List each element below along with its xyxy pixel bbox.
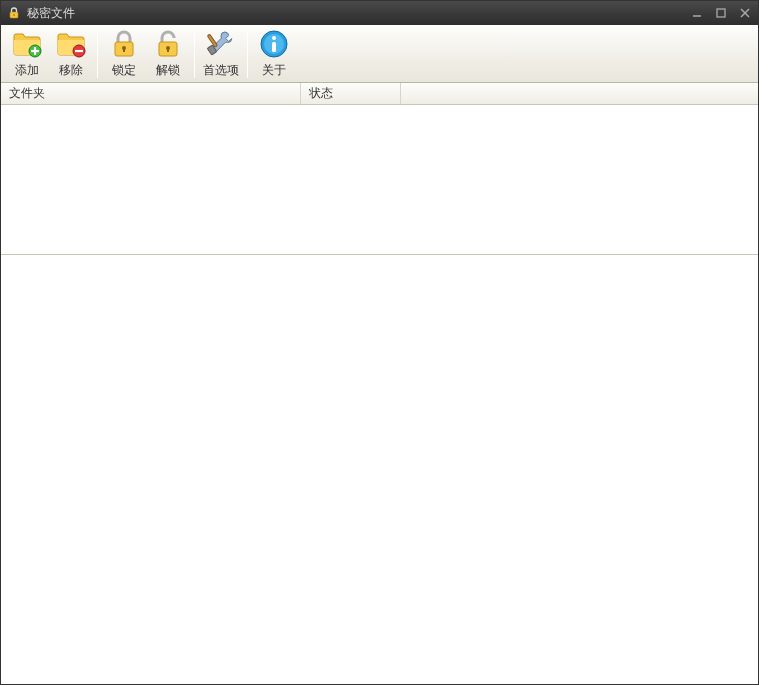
- remove-button[interactable]: 移除: [49, 28, 93, 80]
- app-lock-icon: [7, 6, 21, 20]
- column-header-folder[interactable]: 文件夹: [1, 83, 301, 104]
- window-controls: [690, 6, 752, 20]
- unlock-label: 解锁: [156, 62, 180, 79]
- tools-icon: [205, 28, 237, 60]
- unlock-button[interactable]: 解锁: [146, 28, 190, 80]
- column-headers: 文件夹 状态: [1, 83, 758, 105]
- close-button[interactable]: [738, 6, 752, 20]
- svg-rect-3: [717, 9, 725, 17]
- remove-label: 移除: [59, 62, 83, 79]
- titlebar: 秘密文件: [1, 1, 758, 25]
- lock-button[interactable]: 锁定: [102, 28, 146, 80]
- column-header-status[interactable]: 状态: [301, 83, 401, 104]
- about-label: 关于: [262, 62, 286, 79]
- preferences-button[interactable]: 首选项: [199, 28, 243, 80]
- folder-add-icon: [11, 28, 43, 60]
- svg-rect-13: [123, 48, 125, 52]
- about-button[interactable]: 关于: [252, 28, 296, 80]
- lock-open-icon: [152, 28, 184, 60]
- svg-rect-16: [167, 48, 169, 52]
- column-folder-label: 文件夹: [9, 85, 45, 102]
- window-title: 秘密文件: [27, 5, 690, 22]
- minimize-button[interactable]: [690, 6, 704, 20]
- content-pane: [1, 255, 758, 684]
- preferences-label: 首选项: [203, 62, 239, 79]
- lock-closed-icon: [108, 28, 140, 60]
- info-icon: [258, 28, 290, 60]
- column-status-label: 状态: [309, 85, 333, 102]
- toolbar-separator: [97, 30, 98, 78]
- add-button[interactable]: 添加: [5, 28, 49, 80]
- lock-label: 锁定: [112, 62, 136, 79]
- folder-list[interactable]: [1, 105, 758, 255]
- add-label: 添加: [15, 62, 39, 79]
- toolbar-separator: [194, 30, 195, 78]
- column-header-spacer[interactable]: [401, 83, 758, 104]
- svg-point-21: [272, 36, 276, 40]
- svg-point-1: [13, 14, 15, 16]
- toolbar: 添加 移除: [1, 25, 758, 83]
- toolbar-separator: [247, 30, 248, 78]
- folder-remove-icon: [55, 28, 87, 60]
- svg-rect-22: [272, 42, 276, 52]
- maximize-button[interactable]: [714, 6, 728, 20]
